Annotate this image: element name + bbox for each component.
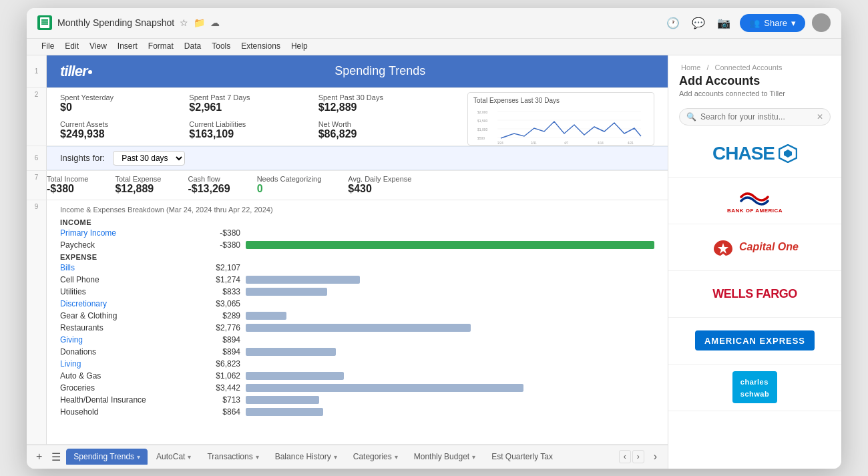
chart-box: Total Expenses Last 30 Days $2,000 $1,50… [467,92,654,146]
tab-balance-history[interactable]: Balance History ▾ [268,449,345,465]
stat-networth: Net Worth $86,829 [318,120,447,140]
expense-utilities: Utilities $833 [60,286,654,298]
schwab-text: charlesschwab [740,378,769,398]
expense-giving: Giving $894 [60,334,654,346]
stats-section: Spent Yesterday $0 Spent Past 7 Days $2,… [47,88,461,146]
expense-restaurants: Restaurants $2,776 [60,322,654,334]
bank-item-wellsfargo[interactable]: WELLS FARGO [668,271,841,318]
chase-icon [779,144,797,163]
menu-data[interactable]: Data [180,40,205,52]
row-num-9: 9 [27,200,47,445]
breadcrumb: Home / Connected Accounts [679,63,831,71]
tab-autocat[interactable]: AutoCat ▾ [149,449,198,465]
row-num-2: 2 [27,88,47,146]
breadcrumb-section[interactable]: Connected Accounts [715,63,783,71]
menu-format[interactable]: Format [144,40,178,52]
amex-logo: AMERICAN EXPRESS [695,330,815,350]
income-row-paycheck: Paycheck -$380 [60,239,654,251]
sheets-icon [37,15,52,30]
tab-transactions[interactable]: Transactions ▾ [200,449,266,465]
stat-spent-yesterday: Spent Yesterday $0 [60,93,189,113]
wellsfargo-logo: WELLS FARGO [712,287,797,301]
boa-icon [740,188,769,206]
row-7-8: 7 Total Income -$380 Total Expense $12,8… [27,171,668,200]
menu-tools[interactable]: Tools [208,40,234,52]
folder-icon[interactable]: 📁 [194,17,205,28]
tab-nav: ‹ › [619,450,644,463]
bank-item-chase[interactable]: CHASE [668,131,841,178]
svg-text:$500: $500 [477,136,485,140]
cloud-icon[interactable]: ☁ [210,17,220,28]
menu-extensions[interactable]: Extensions [237,40,284,52]
boa-logo: BANK OF AMERICA [727,188,783,214]
insights-row-content: Insights for: Past 30 days [47,146,668,171]
titlebar-left: Monthly Spending Snapshot ☆ 📁 ☁ [37,15,220,30]
tab-spending-trends[interactable]: Spending Trends ▾ [66,449,148,465]
tab-next-button[interactable]: › [632,450,644,463]
expense-living: Living $6,823 [60,358,654,370]
capitalone-text: Capital One [739,241,799,253]
bank-item-schwab[interactable]: charlesschwab [668,365,841,411]
search-input[interactable] [700,112,813,122]
history-icon[interactable]: 🕐 [664,14,682,32]
star-icon[interactable]: ☆ [180,17,188,28]
metric-categorizing: Needs Categorizing 0 [257,175,322,195]
meet-icon[interactable]: 📷 [714,14,733,32]
app-window: Monthly Spending Snapshot ☆ 📁 ☁ 🕐 💬 📷 👥 … [27,8,841,469]
sidebar: Home / Connected Accounts Add Accounts A… [668,55,841,469]
insights-select[interactable]: Past 30 days [113,151,185,166]
tiller-header-row: tiller Spending Trends [47,55,668,88]
comment-icon[interactable]: 💬 [689,14,708,32]
stat-assets: Current Assets $249,938 [60,120,189,140]
expense-health: Health/Dental Insurance $713 [60,394,654,406]
sidebar-collapse-button[interactable]: › [648,448,662,465]
stat-spent-7: Spent Past 7 Days $2,961 [189,93,318,113]
svg-text:3/31: 3/31 [531,142,537,145]
row-1: 1 tiller Spending Trends [27,55,668,88]
expense-gear: Gear & Clothing $289 [60,310,654,322]
sidebar-title: Add Accounts [679,74,831,88]
svg-text:$2,000: $2,000 [477,110,488,114]
titlebar: Monthly Spending Snapshot ☆ 📁 ☁ 🕐 💬 📷 👥 … [27,8,841,39]
stats-row-top: Spent Yesterday $0 Spent Past 7 Days $2,… [47,88,461,119]
menu-file[interactable]: File [37,40,58,52]
expense-header: EXPENSE [60,251,654,262]
svg-text:$1,500: $1,500 [477,119,488,123]
menu-view[interactable]: View [85,40,111,52]
svg-marker-14 [784,150,792,158]
chevron-autocat-icon: ▾ [188,453,191,461]
bank-item-capitalone[interactable]: Capital One [668,224,841,271]
chevron-spending-icon: ▾ [137,453,140,461]
close-icon[interactable]: ✕ [817,112,823,122]
stats-chart-row: Spent Yesterday $0 Spent Past 7 Days $2,… [47,88,668,146]
tab-menu-button[interactable]: ☰ [47,448,65,466]
menu-insert[interactable]: Insert [114,40,142,52]
search-icon: 🔍 [686,112,696,122]
bank-item-boa[interactable]: BANK OF AMERICA [668,178,841,224]
spreadsheet: 1 tiller Spending Trends 2 [27,55,668,469]
tiller-header: tiller Spending Trends [47,55,668,87]
menu-edit[interactable]: Edit [61,40,83,52]
breadcrumb-home[interactable]: Home [681,63,700,71]
tiller-heading: Spending Trends [335,64,425,78]
avatar[interactable] [812,13,831,32]
stats-row-bottom: Current Assets $249,938 Current Liabilit… [47,119,461,146]
share-button[interactable]: 👥 Share ▾ [740,14,805,32]
add-tab-button[interactable]: + [32,448,46,465]
bank-item-amex[interactable]: AMERICAN EXPRESS [668,318,841,365]
tab-est-quarterly-tax[interactable]: Est Quarterly Tax [484,449,560,465]
tab-prev-button[interactable]: ‹ [619,450,631,463]
expense-autogas: Auto & Gas $1,062 [60,370,654,382]
metric-cashflow: Cash flow -$13,269 [188,175,230,195]
row-6: 6 Insights for: Past 30 days [27,146,668,171]
expense-donations: Donations $894 [60,346,654,358]
schwab-logo: charlesschwab [732,371,777,403]
chevron-down-icon: ▾ [791,18,796,28]
people-icon: 👥 [749,18,760,28]
metric-daily: Avg. Daily Expense $430 [348,175,411,195]
menu-help[interactable]: Help [287,40,312,52]
expense-discretionary: Discretionary $3,065 [60,298,654,310]
tab-categories[interactable]: Categories ▾ [346,449,405,465]
tab-monthly-budget[interactable]: Monthly Budget ▾ [407,449,483,465]
breadcrumb-sep: / [706,63,708,71]
